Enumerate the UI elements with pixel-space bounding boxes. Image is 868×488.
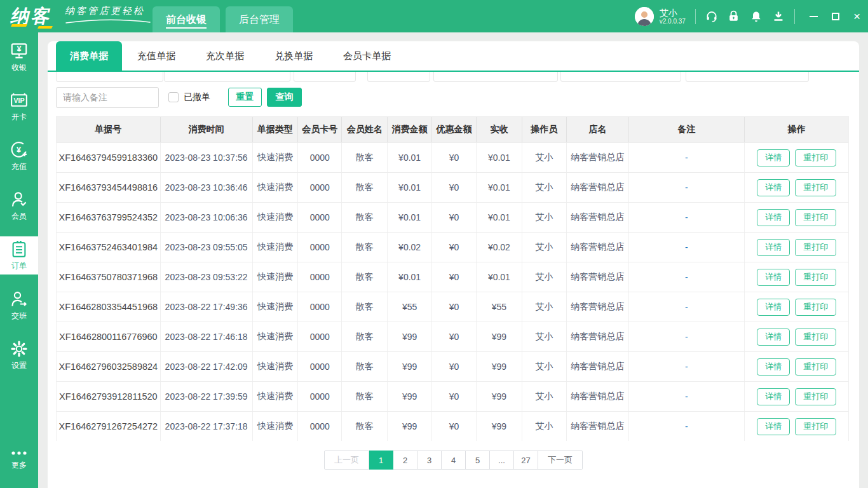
support-icon[interactable] <box>705 10 718 23</box>
bell-icon[interactable] <box>750 10 763 23</box>
detail-button[interactable]: 详情 <box>757 179 790 196</box>
reprint-button[interactable]: 重打印 <box>795 329 836 346</box>
svg-text:¥: ¥ <box>17 146 21 154</box>
col-time: 消费时间 <box>161 117 253 142</box>
close-icon[interactable]: × <box>853 10 860 22</box>
tab-times-receipts[interactable]: 充次单据 <box>191 41 259 71</box>
tab-consume-receipts[interactable]: 消费单据 <box>56 41 122 71</box>
sidebar-item-members[interactable]: 会员 <box>0 181 38 231</box>
card-no-cell: 0000 <box>298 262 342 292</box>
amount-cell: ¥99 <box>388 382 432 411</box>
time-cell: 2023-08-22 17:46:18 <box>161 322 253 351</box>
lock-icon[interactable] <box>728 10 740 23</box>
type-cell: 快速消费 <box>253 143 299 172</box>
nav-tab-front-cashier[interactable]: 前台收银 <box>153 6 220 32</box>
clipped-filter-fields <box>48 72 859 85</box>
reprint-button[interactable]: 重打印 <box>795 149 836 166</box>
app-logo: 纳客 <box>10 4 51 27</box>
query-button[interactable]: 查询 <box>267 88 302 107</box>
sidebar-item-recharge[interactable]: ¥ 充值 <box>0 132 38 181</box>
page-ellipsis[interactable]: ... <box>490 451 514 470</box>
time-cell: 2023-08-23 09:53:22 <box>161 262 253 292</box>
col-discount: 优惠金额 <box>432 117 477 142</box>
remark-cell: - <box>629 203 745 232</box>
detail-button[interactable]: 详情 <box>757 239 790 256</box>
page-button[interactable]: 1 <box>369 451 393 470</box>
remark-cell: - <box>629 382 745 411</box>
svg-text:VIP: VIP <box>13 97 24 104</box>
order-no-cell: XF16463794599183360 <box>57 143 161 172</box>
remark-input[interactable] <box>56 87 159 108</box>
detail-button[interactable]: 详情 <box>757 149 790 166</box>
member-name-cell: 散客 <box>342 322 388 351</box>
page-button[interactable]: 4 <box>442 451 466 470</box>
sidebar-item-orders[interactable]: 订单 <box>0 236 38 274</box>
content-card: 消费单据 充值单据 充次单据 兑换单据 会员卡单据 已撤单 重置 查询 单据号 … <box>48 41 859 488</box>
page-button[interactable]: 3 <box>417 451 442 470</box>
vip-card-icon: VIP <box>10 91 29 110</box>
member-name-cell: 散客 <box>342 233 388 262</box>
reset-button[interactable]: 重置 <box>228 88 262 107</box>
tab-exchange-receipts[interactable]: 兑换单据 <box>259 41 328 71</box>
sidebar-item-shift-change[interactable]: 交班 <box>0 281 38 330</box>
reprint-button[interactable]: 重打印 <box>795 239 836 256</box>
detail-button[interactable]: 详情 <box>757 388 790 405</box>
sidebar-item-open-card[interactable]: VIP 开卡 <box>0 82 38 132</box>
amount-cell: ¥0.02 <box>388 233 432 262</box>
detail-button[interactable]: 详情 <box>757 329 790 346</box>
amount-cell: ¥0.01 <box>388 173 432 202</box>
nav-tab-backend-admin[interactable]: 后台管理 <box>226 6 293 32</box>
discount-cell: ¥0 <box>432 412 477 441</box>
download-icon[interactable] <box>772 10 785 23</box>
slogan-swoosh-line <box>65 18 151 25</box>
sidebar-item-settings[interactable]: 设置 <box>0 330 38 380</box>
actions-cell: 详情 重打印 <box>745 412 848 441</box>
detail-button[interactable]: 详情 <box>757 299 790 316</box>
table-row: XF16463793454498816 2023-08-23 10:36:46 … <box>57 172 848 202</box>
actions-cell: 详情 重打印 <box>745 292 848 322</box>
minimize-icon[interactable] <box>810 16 818 17</box>
discount-cell: ¥0 <box>432 352 477 381</box>
tab-member-card-receipts[interactable]: 会员卡单据 <box>328 41 406 71</box>
maximize-icon[interactable] <box>832 13 839 20</box>
detail-button[interactable]: 详情 <box>757 418 790 435</box>
actions-cell: 详情 重打印 <box>745 203 848 232</box>
amount-cell: ¥99 <box>388 352 432 381</box>
window-controls: × <box>810 10 860 22</box>
reprint-button[interactable]: 重打印 <box>795 179 836 196</box>
remark-cell: - <box>629 292 745 322</box>
reprint-button[interactable]: 重打印 <box>795 299 836 316</box>
tab-recharge-receipts[interactable]: 充值单据 <box>122 41 191 71</box>
reprint-button[interactable]: 重打印 <box>795 209 836 226</box>
detail-button[interactable]: 详情 <box>757 358 790 376</box>
reprint-button[interactable]: 重打印 <box>795 388 836 405</box>
discount-cell: ¥0 <box>432 233 477 262</box>
detail-button[interactable]: 详情 <box>757 269 790 286</box>
order-no-cell: XF16463793454498816 <box>57 173 161 202</box>
time-cell: 2023-08-23 10:06:36 <box>161 203 253 232</box>
sidebar-item-more[interactable]: 更多 <box>0 435 38 484</box>
reprint-button[interactable]: 重打印 <box>795 269 836 286</box>
order-no-cell: XF16463752463401984 <box>57 233 161 262</box>
table-row: XF16462803354451968 2023-08-22 17:49:36 … <box>57 292 848 322</box>
paid-cell: ¥0.01 <box>477 173 522 202</box>
time-cell: 2023-08-23 09:55:05 <box>161 233 253 262</box>
orders-icon <box>10 240 29 259</box>
cancelled-checkbox[interactable] <box>168 92 179 102</box>
prev-page-button[interactable]: 上一页 <box>324 451 369 470</box>
detail-button[interactable]: 详情 <box>757 209 790 226</box>
page-button[interactable]: 2 <box>393 451 417 470</box>
time-cell: 2023-08-23 10:36:46 <box>161 173 253 202</box>
reprint-button[interactable]: 重打印 <box>795 358 836 376</box>
reprint-button[interactable]: 重打印 <box>795 418 836 435</box>
page-button[interactable]: 5 <box>466 451 490 470</box>
page-button[interactable]: 27 <box>514 451 538 470</box>
next-page-button[interactable]: 下一页 <box>538 451 583 470</box>
app-version: v2.0.0.37 <box>660 18 686 25</box>
sidebar-item-cashier[interactable]: ¥ 收银 <box>0 32 38 82</box>
col-remark: 备注 <box>629 117 745 142</box>
paid-cell: ¥99 <box>477 382 522 411</box>
order-no-cell: XF16462793912811520 <box>57 382 161 411</box>
settings-icon <box>10 339 29 358</box>
recharge-icon: ¥ <box>10 140 29 159</box>
